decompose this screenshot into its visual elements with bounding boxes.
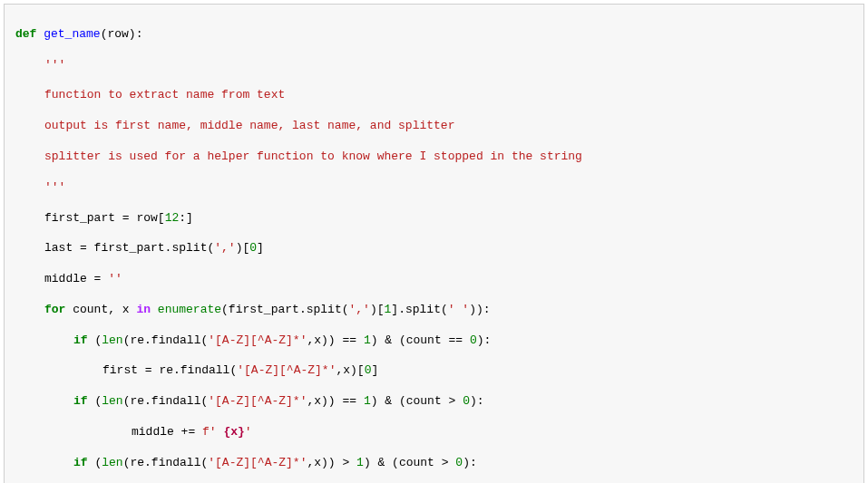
code-line: if (len(re.findall('[A-Z][^A-Z]*',x)) ==… [15, 394, 853, 410]
code-line: middle += f' {x}' [15, 425, 853, 440]
builtin-enumerate: enumerate [158, 303, 221, 316]
code-cell-1: def get_name(row): ''' function to extra… [4, 4, 864, 483]
code-line: if (len(re.findall('[A-Z][^A-Z]*',x)) ==… [15, 333, 853, 349]
code-line: splitter is used for a helper function t… [15, 150, 853, 165]
docstring: output is first name, middle name, last … [44, 119, 454, 132]
keyword-for: for [44, 303, 65, 316]
code-line: if (len(re.findall('[A-Z][^A-Z]*',x)) > … [15, 456, 853, 471]
code-line: last = first_part.split(',')[0] [15, 241, 853, 256]
keyword-if: if [73, 394, 88, 408]
code-line: output is first name, middle name, last … [15, 119, 853, 134]
keyword-if: if [73, 456, 88, 469]
code-line: middle = '' [15, 272, 853, 287]
code-line: for count, x in enumerate(first_part.spl… [15, 303, 853, 318]
docstring: splitter is used for a helper function t… [44, 150, 582, 163]
keyword-def: def [15, 27, 36, 41]
function-name: get_name [44, 27, 100, 41]
keyword-in: in [136, 303, 151, 316]
code-line: ''' [15, 58, 853, 73]
docstring: function to extract name from text [44, 88, 285, 101]
code-line: function to extract name from text [15, 88, 853, 103]
code-line: ''' [15, 180, 853, 196]
docstring: ''' [44, 58, 65, 72]
code-line: first_part = row[12:] [15, 211, 853, 227]
docstring: ''' [44, 180, 65, 194]
keyword-if: if [73, 333, 88, 347]
code-line: first = re.findall('[A-Z][^A-Z]*',x)[0] [15, 363, 853, 379]
code-line: def get_name(row): [15, 27, 853, 43]
